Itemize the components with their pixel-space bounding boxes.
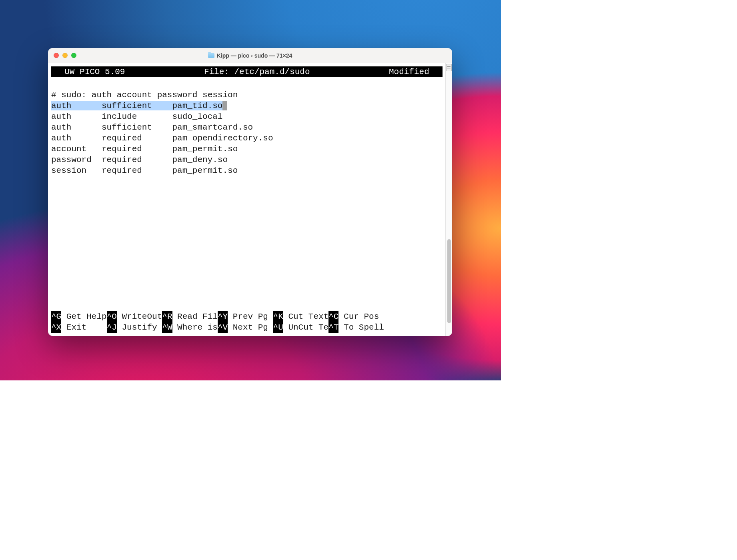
window-minimize-button[interactable] <box>62 53 68 58</box>
editor-line: session required pam_permit.so <box>51 166 238 175</box>
editor-line: account required pam_permit.so <box>51 144 238 154</box>
editor-line-selected: auth sufficient pam_tid.so <box>51 101 222 110</box>
window-title-text: Kipp — pico ‹ sudo — 71×24 <box>217 52 292 59</box>
editor-line: auth sufficient pam_smartcard.so <box>51 123 253 132</box>
editor-line: password required pam_deny.so <box>51 155 228 164</box>
help-label: Cur Pos <box>338 312 384 321</box>
help-key: ^V <box>218 322 228 333</box>
terminal-window: Kipp — pico ‹ sudo — 71×24 UW PICO 5.09 … <box>48 48 452 336</box>
pico-status-bar: UW PICO 5.09 File: /etc/pam.d/sudo Modif… <box>51 66 443 77</box>
help-key: ^J <box>107 322 117 333</box>
help-label: Where is <box>172 323 218 332</box>
traffic-lights <box>54 53 76 58</box>
scrollbar-thumb[interactable] <box>447 239 451 323</box>
editor-line: auth required pam_opendirectory.so <box>51 134 273 143</box>
help-label: Get Help <box>61 312 106 321</box>
window-close-button[interactable] <box>54 53 59 58</box>
help-row-1: ^G Get Help^O WriteOut^R Read Fil^Y Prev… <box>51 311 443 322</box>
editor-line: auth include sudo_local <box>51 112 222 121</box>
pico-modified-label: Modified <box>389 66 439 77</box>
help-key: ^K <box>273 311 283 322</box>
editor-line-comment: # sudo: auth account password session <box>51 90 238 100</box>
help-label: WriteOut <box>117 312 162 321</box>
help-label: Exit <box>61 323 106 332</box>
pico-editor[interactable]: UW PICO 5.09 File: /etc/pam.d/sudo Modif… <box>51 66 443 333</box>
help-key: ^R <box>162 311 172 322</box>
help-key: ^O <box>107 311 117 322</box>
pico-file-label: File: /etc/pam.d/sudo <box>125 66 389 77</box>
help-label: Read Fil <box>172 312 218 321</box>
pico-app-label: UW PICO 5.09 <box>54 66 125 77</box>
help-key: ^G <box>51 311 61 322</box>
help-label: UnCut Te <box>283 323 328 332</box>
scrollbar-track[interactable] <box>445 63 452 336</box>
folder-icon <box>208 53 214 58</box>
help-label: Prev Pg <box>228 312 273 321</box>
help-label: Justify <box>117 323 162 332</box>
help-key: ^X <box>51 322 61 333</box>
pico-help-bar: ^G Get Help^O WriteOut^R Read Fil^Y Prev… <box>51 311 443 333</box>
window-titlebar[interactable]: Kipp — pico ‹ sudo — 71×24 <box>48 48 452 63</box>
help-key: ^C <box>328 311 338 322</box>
scrollbar-marker-icon <box>446 64 452 71</box>
help-label: Cut Text <box>283 312 328 321</box>
editor-text-area[interactable]: # sudo: auth account password session au… <box>51 77 443 311</box>
help-label: Next Pg <box>228 323 273 332</box>
help-key: ^Y <box>218 311 228 322</box>
help-label: To Spell <box>338 323 384 332</box>
help-key: ^U <box>273 322 283 333</box>
help-key: ^T <box>328 322 338 333</box>
window-zoom-button[interactable] <box>71 53 76 58</box>
terminal-viewport[interactable]: UW PICO 5.09 File: /etc/pam.d/sudo Modif… <box>48 63 452 336</box>
help-row-2: ^X Exit ^J Justify ^W Where is^V Next Pg… <box>51 322 443 333</box>
text-cursor <box>222 101 227 110</box>
help-key: ^W <box>162 322 172 333</box>
window-title: Kipp — pico ‹ sudo — 71×24 <box>48 52 452 59</box>
